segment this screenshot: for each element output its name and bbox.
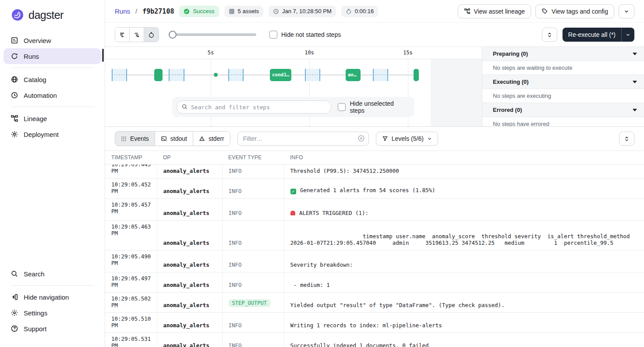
hide-not-started-checkbox[interactable]: [269, 31, 277, 39]
sidebar-item-runs[interactable]: Runs: [4, 48, 101, 64]
errored-section-body: No steps have errored: [482, 117, 644, 126]
view-tags-config-button[interactable]: View tags and config: [535, 4, 614, 18]
sidebar-item-search[interactable]: Search: [4, 266, 101, 282]
event-type: INFO: [222, 179, 284, 199]
waterfall-bars-icon: [134, 32, 140, 38]
clear-filter-icon[interactable]: [357, 135, 365, 142]
sidebar-item-label: Runs: [24, 53, 39, 60]
event-op: anomaly_alerts: [157, 221, 222, 250]
question-icon: [11, 325, 18, 333]
sidebar-scrollbar-thumb[interactable]: [102, 49, 104, 62]
terminal-icon: [161, 136, 167, 142]
sidebar-item-settings[interactable]: Settings: [4, 305, 101, 321]
event-type: INFO: [222, 333, 284, 347]
sidebar-item-lineage[interactable]: Lineage: [4, 111, 101, 126]
event-info: timestamp user.name anomaly_score thresh…: [284, 221, 644, 250]
gantt-step-dot[interactable]: [214, 73, 218, 77]
gantt-step-pending[interactable]: [112, 69, 127, 81]
event-info: Yielded output "result" of type "DataFra…: [284, 293, 644, 313]
slider-knob[interactable]: [169, 31, 177, 39]
gantt-step-pending[interactable]: [169, 69, 184, 81]
sidebar-item-label: Lineage: [24, 115, 47, 122]
hide-unselected-checkbox[interactable]: [338, 103, 346, 111]
event-type: STEP_OUTPUT: [222, 293, 284, 313]
log-filter-input[interactable]: [237, 132, 369, 146]
step-search-input[interactable]: [177, 100, 332, 114]
gantt-step-done[interactable]: [154, 69, 163, 81]
sidebar-item-deployment[interactable]: Deployment: [4, 126, 101, 142]
event-timestamp: 10:29:05.452PM: [105, 179, 157, 199]
gantt-step-done[interactable]: cond1…: [270, 69, 291, 81]
axis-tick-label: 15s: [403, 50, 413, 56]
event-info: Writing 1 records to index: ml-pipeline-…: [284, 313, 644, 333]
dagster-logo[interactable]: dagster: [0, 0, 105, 31]
event-row: 10:29:05.457PManomaly_alertsINFO ALERTS …: [105, 199, 644, 221]
event-op: anomaly_alerts: [157, 293, 222, 313]
gantt-after-run-region: [431, 59, 482, 126]
assets-badge[interactable]: 5 assets: [224, 6, 263, 17]
gantt-step-pending[interactable]: [228, 69, 244, 81]
sidebar-item-hide-navigation[interactable]: Hide navigation: [4, 289, 101, 305]
hide-not-started-checkbox-row[interactable]: Hide not started steps: [269, 31, 341, 39]
gantt-step-done[interactable]: [414, 69, 419, 81]
sidebar-item-automation[interactable]: Automation: [4, 87, 101, 103]
stopwatch-icon: [148, 32, 155, 38]
tab-stderr[interactable]: stderr: [193, 132, 230, 146]
clock-icon: [273, 8, 279, 14]
sidebar-item-overview[interactable]: Overview: [4, 32, 101, 48]
hide-unselected-checkbox-row[interactable]: Hide unselected steps: [338, 100, 410, 114]
sidebar-footer: Search Hide navigation Settings Support: [0, 264, 105, 347]
sidebar-nav: Overview Runs Catalog Automation Lineage: [0, 31, 105, 144]
executing-section-header[interactable]: Executing (0): [482, 75, 644, 89]
event-type: INFO: [222, 272, 284, 293]
sidebar-item-support[interactable]: Support: [4, 321, 101, 336]
gear-icon: [11, 309, 18, 317]
column-header-info[interactable]: INFO: [284, 151, 644, 165]
sidebar-divider: [11, 107, 94, 107]
start-time-label: Jan 7, 10:28:50 PM: [282, 8, 332, 14]
breadcrumb-runs-link[interactable]: Runs: [115, 7, 130, 15]
log-scroll-order-button[interactable]: [619, 132, 634, 146]
check-circle-icon: [184, 8, 190, 14]
event-row: 10:29:05.497PManomaly_alertsINFO - mediu…: [105, 272, 644, 293]
search-icon: [181, 104, 188, 110]
gantt-step-pending[interactable]: [305, 69, 320, 81]
column-header-op[interactable]: OP: [157, 151, 222, 165]
run-header: Runs / f9b27108 Success 5 assets Jan 7, …: [105, 0, 644, 23]
tab-events[interactable]: Events: [115, 132, 155, 146]
events-table-body[interactable]: 10:29:05.443PManomaly_alertsINFOThreshol…: [105, 165, 644, 347]
funnel-icon: [382, 136, 388, 142]
catalog-icon: [11, 75, 18, 83]
errored-section-header[interactable]: Errored (0): [482, 103, 644, 117]
preparing-section-header[interactable]: Preparing (0): [482, 47, 644, 61]
reexecute-caret[interactable]: [622, 28, 634, 42]
log-filter: [237, 132, 369, 146]
collapse-panel-icon: [11, 293, 18, 301]
view-asset-lineage-button[interactable]: View asset lineage: [458, 4, 531, 18]
event-timestamp: 10:29:05.443PM: [105, 165, 157, 179]
gantt-waterfall-view-button[interactable]: [130, 28, 144, 42]
gantt-view-segmented-control: [115, 27, 159, 42]
axis-tick-label: 5s: [208, 50, 214, 56]
hide-not-started-label: Hide not started steps: [281, 31, 341, 38]
grid-table-icon: [229, 8, 235, 14]
gantt-zoom-slider[interactable]: [169, 31, 256, 39]
sidebar-item-label: Catalog: [24, 76, 46, 83]
sidebar-item-catalog[interactable]: Catalog: [4, 72, 101, 87]
gantt-timed-view-button[interactable]: [144, 28, 159, 42]
expand-collapse-button[interactable]: [542, 28, 557, 42]
event-timestamp: 10:29:05.490PM: [105, 250, 157, 272]
chevron-down-icon: [623, 8, 630, 14]
gantt-flat-view-button[interactable]: [115, 28, 130, 42]
column-header-timestamp[interactable]: TIMESTAMP: [105, 151, 157, 165]
reexecute-all-button[interactable]: Re-execute all (*): [563, 28, 634, 42]
column-header-event-type[interactable]: EVENT TYPE: [222, 151, 284, 165]
levels-dropdown-button[interactable]: Levels (5/6): [376, 132, 438, 146]
view-tags-config-label: View tags and config: [552, 8, 608, 15]
event-info: ALERTS TRIGGERED (1):: [284, 199, 644, 221]
tab-stdout[interactable]: stdout: [155, 132, 193, 146]
more-actions-button[interactable]: [619, 4, 634, 18]
gantt-step-pending[interactable]: [373, 69, 388, 81]
slider-track: [169, 33, 256, 36]
gantt-step-done[interactable]: an…: [346, 69, 361, 81]
